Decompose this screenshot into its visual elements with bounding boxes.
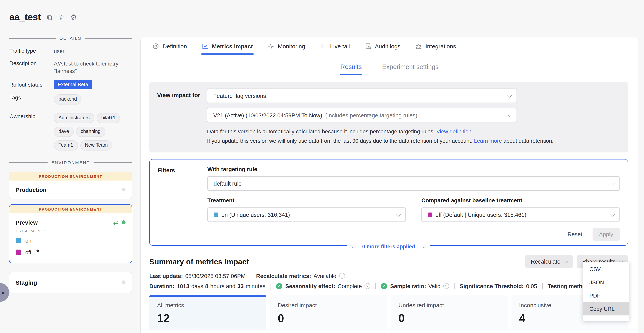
chevron-right-icon: ▶ xyxy=(2,290,5,294)
environment-section-label: ENVIRONMENT xyxy=(51,160,90,165)
duration-hours: 8 xyxy=(205,283,208,289)
treatment-off-label: off xyxy=(25,249,32,256)
star-icon[interactable]: ☆ xyxy=(58,14,65,21)
view-definition-link[interactable]: View definition xyxy=(436,128,472,134)
impact-type-select[interactable]: Feature flag versions xyxy=(207,88,517,103)
treatment-row-on: on xyxy=(9,237,132,244)
tab-bar: Definition Metrics impact Monitoring Liv… xyxy=(141,38,638,55)
check-icon: ✓ xyxy=(276,283,282,289)
rollout-status-row: Rollout status External Beta xyxy=(9,80,132,89)
treatment-label: Treatment xyxy=(208,198,406,204)
baseline-select[interactable]: off (Default | Unique users: 315,461) xyxy=(422,208,620,222)
owner-pill: bilal+1 xyxy=(97,113,120,123)
live-tail-icon xyxy=(320,43,326,49)
summary-meta-line2: Duration: 1013days 8hours and 33minutes … xyxy=(149,283,628,290)
baseline-select-value: off (Default | Unique users: 315,461) xyxy=(436,212,526,218)
chevron-down-icon xyxy=(610,212,615,216)
menu-item-pdf[interactable]: PDF xyxy=(583,289,629,302)
ownership-row: Ownership Administratorsbilal+1 davechan… xyxy=(9,113,132,154)
card-value: 0 xyxy=(278,312,379,325)
env-name-staging: Staging xyxy=(16,279,122,286)
version-select[interactable]: V21 (Active) (10/03/2022 04:59PM To Now)… xyxy=(207,108,517,122)
menu-item-copy-url[interactable]: Copy URL xyxy=(583,302,629,316)
targeting-rule-value: default rule xyxy=(214,180,242,187)
environment-section-header: ENVIRONMENT xyxy=(9,160,132,165)
filters-label: Filters xyxy=(158,166,208,241)
tags-label: Tags xyxy=(9,94,54,108)
copy-icon[interactable] xyxy=(46,14,53,20)
owner-pill: Team1 xyxy=(54,140,78,150)
duration-hours-unit: hours and xyxy=(210,283,236,289)
help-icon[interactable]: ? xyxy=(364,283,370,289)
reset-button[interactable]: Reset xyxy=(568,232,582,238)
gear-icon[interactable]: ⚙ xyxy=(70,14,77,21)
targeting-rule-select[interactable]: default rule xyxy=(208,176,620,191)
treatment-on-swatch xyxy=(16,238,21,243)
treatment-on-label: on xyxy=(25,237,32,244)
significance-label: Significance Threshold: xyxy=(460,283,524,289)
chevron-down-icon xyxy=(352,245,355,248)
tab-metrics-impact[interactable]: Metrics impact xyxy=(202,38,253,54)
owner-pill: channing xyxy=(76,127,105,137)
duration-minutes-unit: minutes xyxy=(246,283,266,289)
rollout-status-badge: External Beta xyxy=(54,80,92,89)
duration-days-unit: days xyxy=(191,283,203,289)
integrations-icon xyxy=(415,43,422,49)
card-all-metrics[interactable]: All metrics 12 xyxy=(149,295,266,331)
menu-item-json[interactable]: JSON xyxy=(583,276,629,289)
owner-pill: dave xyxy=(54,127,74,137)
tab-monitoring[interactable]: Monitoring xyxy=(268,38,305,54)
env-card-staging[interactable]: Staging xyxy=(9,272,132,293)
card-undesired-impact[interactable]: Undesired impact 0 xyxy=(390,295,507,331)
owner-pill: New Team xyxy=(80,140,112,150)
card-desired-impact[interactable]: Desired impact 0 xyxy=(270,295,387,331)
env-card-preview[interactable]: PRODUCTION ENVIRONMENT Preview ⇄ TREATME… xyxy=(9,204,132,262)
sample-ratio-label: Sample ratio: xyxy=(390,283,426,289)
version-note: (Includes percentage targeting rules) xyxy=(325,112,417,118)
production-env-banner: PRODUCTION ENVIRONMENT xyxy=(9,204,132,213)
baseline-label: Compared against baseline treatment xyxy=(422,198,620,204)
filters-panel: Filters With targeting rule default rule… xyxy=(149,159,628,246)
tab-audit-logs[interactable]: Audit logs xyxy=(365,38,400,54)
tab-live-tail[interactable]: Live tail xyxy=(320,38,350,54)
recalculate-metrics-value: Available xyxy=(314,273,336,279)
more-filters-toggle[interactable]: 0 more filters applied xyxy=(347,244,430,250)
chevron-down-icon xyxy=(422,245,426,248)
traffic-type-label: Traffic type xyxy=(9,48,54,55)
audit-logs-icon xyxy=(365,43,371,49)
subtab-results[interactable]: Results xyxy=(340,63,362,75)
version-info-text1: Data for this version is automatically c… xyxy=(207,128,435,134)
treatment-row-off: off * xyxy=(9,248,132,256)
card-label: Undesired impact xyxy=(398,302,500,309)
tab-definition[interactable]: Definition xyxy=(152,38,187,54)
flag-title: aa_test xyxy=(9,12,41,22)
production-env-banner: PRODUCTION ENVIRONMENT xyxy=(9,172,132,180)
targeting-rule-label: With targeting rule xyxy=(208,166,620,172)
tab-label: Audit logs xyxy=(375,43,400,49)
help-icon[interactable]: ? xyxy=(443,283,449,289)
tab-label: Metrics impact xyxy=(212,43,253,49)
info-icon[interactable]: i xyxy=(339,273,345,279)
recalculate-button-label: Recalculate xyxy=(531,259,560,265)
env-card-production[interactable]: PRODUCTION ENVIRONMENT Production xyxy=(9,172,132,199)
menu-item-csv[interactable]: CSV xyxy=(583,262,629,276)
version-info-text2: If you update this version we will only … xyxy=(207,138,472,144)
version-info-line2: If you update this version we will only … xyxy=(207,137,620,145)
version-value: V21 (Active) (10/03/2022 04:59PM To Now) xyxy=(213,112,322,118)
tag-pill: backend xyxy=(54,94,82,104)
treatment-select[interactable]: on (Unique users: 316,341) xyxy=(208,208,406,222)
learn-more-link[interactable]: Learn more xyxy=(474,138,502,144)
tab-label: Monitoring xyxy=(278,43,305,49)
share-results-menu: CSV JSON PDF Copy URL xyxy=(583,262,629,321)
description-row: Description A/A test to check telemetry … xyxy=(9,60,132,75)
tab-integrations[interactable]: Integrations xyxy=(415,38,456,54)
treatment-select-value: on (Unique users: 316,341) xyxy=(222,212,290,218)
treatment-on-swatch xyxy=(214,212,218,217)
recalculate-button[interactable]: Recalculate xyxy=(525,255,573,268)
duration-minutes: 33 xyxy=(238,283,244,289)
subtab-experiment-settings[interactable]: Experiment settings xyxy=(382,63,438,75)
summary-title: Summary of metrics impact xyxy=(149,257,249,266)
last-update-label: Last update: xyxy=(149,273,183,279)
description-value: A/A test to check telemetry "fairness" xyxy=(54,60,132,75)
apply-button[interactable]: Apply xyxy=(592,228,620,241)
